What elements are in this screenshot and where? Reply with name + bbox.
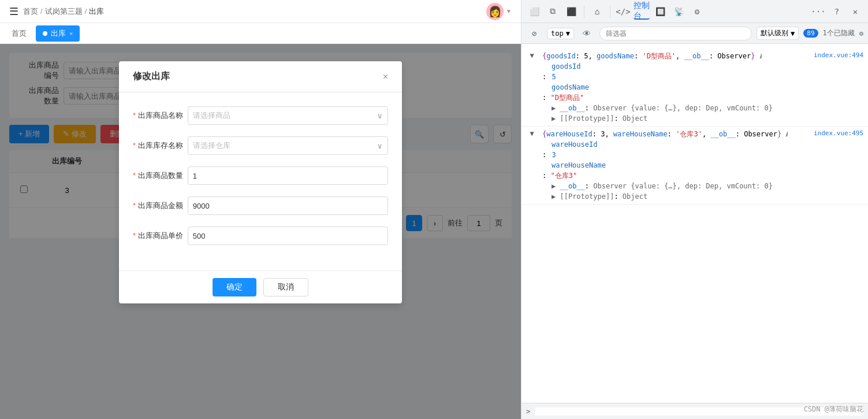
dt-hidden-text: 1个已隐藏 xyxy=(823,28,855,38)
console-link-2[interactable]: index.vue:495 xyxy=(814,129,863,139)
form-label-amount: * 出库商品金额 xyxy=(133,196,188,211)
dt-sources-icon[interactable]: 🔲 xyxy=(652,3,668,20)
tab-home-label: 首页 xyxy=(12,28,27,39)
dt-close-icon[interactable]: ✕ xyxy=(847,3,863,20)
confirm-button[interactable]: 确定 xyxy=(213,278,256,296)
amount-input[interactable] xyxy=(188,196,388,215)
dt-console-icon[interactable]: 控制台 xyxy=(634,3,650,20)
form-item-quantity: * 出库商品数量 xyxy=(133,166,388,185)
devtools-bar2: ⊘ top ▼ 👁 默认级别 ▼ 89 1个已隐藏 ⚙ xyxy=(521,23,868,44)
expand-arrow-1[interactable]: ▼ xyxy=(526,51,538,60)
form-item-amount: * 出库商品金额 xyxy=(133,196,388,215)
modal-dialog: 修改出库 × * 出库商品名称 请选择商品 ∨ xyxy=(119,61,402,303)
form-control-warehouse-name: 请选择仓库 ∨ xyxy=(188,136,388,155)
dt-console-label: 控制台 xyxy=(634,1,650,21)
csdn-watermark: CSDN @薄荷味脑花 xyxy=(804,405,863,414)
dt-network-icon[interactable]: 📡 xyxy=(670,3,687,20)
dt-eye-icon[interactable]: 👁 xyxy=(579,25,595,42)
tab-outbound-label: 出库 xyxy=(51,28,66,39)
dt-badge: 89 xyxy=(803,29,818,38)
dt-level-label: 默认级别 xyxy=(761,28,788,38)
form-label-quantity: * 出库商品数量 xyxy=(133,166,188,181)
dt-help-icon[interactable]: ? xyxy=(829,3,845,20)
console-item-2: ▼ {wareHouseId: 3, wareHouseName: '仓库3',… xyxy=(521,127,868,205)
breadcrumb-current: 出库 xyxy=(89,6,104,17)
top-nav: ☰ 首页 / 试岗第三题 / 出库 👩 ▼ xyxy=(0,0,521,23)
form-item-warehouse-name: * 出库库存名称 请选择仓库 ∨ xyxy=(133,136,388,155)
tab-dot xyxy=(43,31,47,36)
console-link-1[interactable]: index.vue:494 xyxy=(814,51,863,61)
warehouse-name-select[interactable]: 请选择仓库 ∨ xyxy=(188,136,388,155)
avatar-arrow[interactable]: ▼ xyxy=(506,8,512,14)
select-arrow-icon: ∨ xyxy=(377,112,383,120)
form-control-amount xyxy=(188,196,388,215)
avatar[interactable]: 👩 xyxy=(486,3,504,20)
dt-more-icon[interactable]: ··· xyxy=(810,3,826,20)
dt-top-label: top xyxy=(551,29,564,38)
dt-panel-icon[interactable]: ⬛ xyxy=(563,3,579,20)
breadcrumb-home[interactable]: 首页 xyxy=(23,6,38,17)
form-control-quantity xyxy=(188,166,388,185)
dt-gear-icon[interactable]: ⚙ xyxy=(859,29,863,38)
goods-name-select[interactable]: 请选择商品 ∨ xyxy=(188,106,388,125)
console-item-1: ▼ {goodsId: 5, goodsName: 'D型商品', __ob__… xyxy=(521,49,868,127)
modal-overlay: 修改出库 × * 出库商品名称 请选择商品 ∨ xyxy=(0,44,521,419)
dt-level-caret: ▼ xyxy=(791,29,795,38)
form-label-unit-price: * 出库商品单价 xyxy=(133,227,188,241)
form-item-unit-price: * 出库商品单价 xyxy=(133,227,388,245)
unit-price-input[interactable] xyxy=(188,227,388,245)
tab-home[interactable]: 首页 xyxy=(5,25,33,42)
tab-close-icon[interactable]: × xyxy=(69,30,73,37)
dt-level-select[interactable]: 默认级别 ▼ xyxy=(757,27,799,40)
modal-header: 修改出库 × xyxy=(119,61,402,92)
dt-home-icon[interactable]: ⌂ xyxy=(589,3,605,20)
dt-clear-icon[interactable]: ⊘ xyxy=(526,25,542,42)
quantity-input[interactable] xyxy=(188,166,388,185)
form-label-warehouse-name: * 出库库存名称 xyxy=(133,136,188,151)
dt-sep-1 xyxy=(584,6,584,17)
dt-context-select[interactable]: top ▼ xyxy=(547,28,574,39)
modal-title: 修改出库 xyxy=(133,71,170,83)
form-item-goods-name: * 出库商品名称 请选择商品 ∨ xyxy=(133,106,388,125)
modal-cancel-button[interactable]: 取消 xyxy=(263,278,308,296)
form-control-unit-price xyxy=(188,227,388,245)
breadcrumb: 首页 / 试岗第三题 / 出库 xyxy=(23,6,104,17)
form-label-goods-name: * 出库商品名称 xyxy=(133,106,188,121)
hamburger-icon[interactable]: ☰ xyxy=(9,5,18,18)
form-control-goods-name: 请选择商品 ∨ xyxy=(188,106,388,125)
avatar-area: 👩 ▼ xyxy=(486,3,512,20)
tab-outbound[interactable]: 出库 × xyxy=(36,25,80,42)
dt-elements-icon[interactable]: </> xyxy=(615,3,631,20)
dt-filter-input[interactable] xyxy=(599,27,752,40)
content-area: 出库商品编号 出库仓库编号 出库商品数量 出库商品单价 xyxy=(0,44,521,419)
prompt-symbol: > xyxy=(526,407,530,416)
console-content-2: {wareHouseId: 3, wareHouseName: '仓库3', _… xyxy=(542,129,863,202)
dev-panel: ⬜ ⧉ ⬛ ⌂ </> 控制台 🔲 📡 ⚙ ··· ? ✕ ⊘ top ▼ 👁 … xyxy=(521,0,868,419)
dt-sep-2 xyxy=(610,6,610,17)
tab-bar: 首页 出库 × xyxy=(0,23,521,44)
modal-footer: 确定 取消 xyxy=(119,270,402,303)
modal-body: * 出库商品名称 请选择商品 ∨ * xyxy=(119,92,402,270)
dt-device-icon[interactable]: ⧉ xyxy=(545,3,561,20)
expand-arrow-2[interactable]: ▼ xyxy=(526,129,538,138)
dt-inspect-icon[interactable]: ⬜ xyxy=(526,3,542,20)
select-arrow-icon-2: ∨ xyxy=(377,142,383,150)
modal-close-button[interactable]: × xyxy=(383,72,388,82)
console-content-1: {goodsId: 5, goodsName: 'D型商品', __ob__: … xyxy=(542,51,863,124)
devtools-topbar: ⬜ ⧉ ⬛ ⌂ </> 控制台 🔲 📡 ⚙ ··· ? ✕ xyxy=(521,0,868,23)
dt-settings-icon[interactable]: ⚙ xyxy=(689,3,705,20)
breadcrumb-category[interactable]: 试岗第三题 xyxy=(45,6,83,17)
console-content: ▼ {goodsId: 5, goodsName: 'D型商品', __ob__… xyxy=(521,44,868,403)
dt-select-caret: ▼ xyxy=(566,29,570,38)
